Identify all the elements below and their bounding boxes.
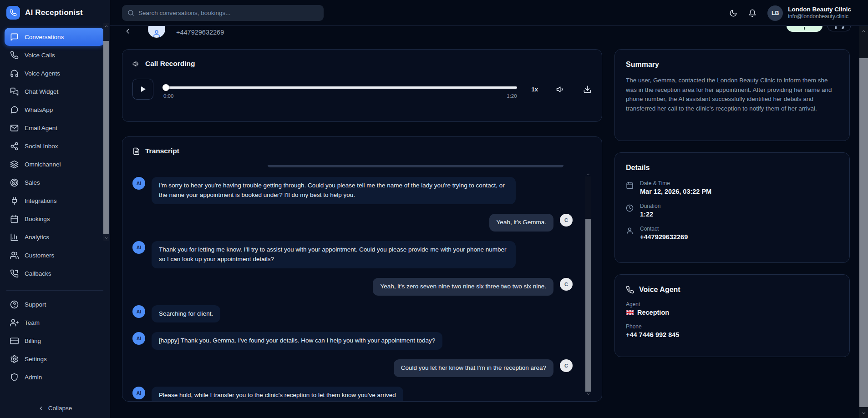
message-bubble: Could you let her know that I'm in the r… xyxy=(394,359,553,377)
scroll-down-arrow-icon[interactable] xyxy=(585,391,591,397)
window-scrollbar-thumb[interactable] xyxy=(859,58,868,407)
transcript-scroll-area[interactable]: AI I'm sorry to hear you're having troub… xyxy=(132,161,592,402)
sidebar-item-support[interactable]: Support xyxy=(5,295,104,313)
transcript-message-customer: Yeah, it's zero seven nine two nine six … xyxy=(132,278,592,296)
back-button[interactable] xyxy=(124,27,132,35)
sidebar-collapse-button[interactable]: Collapse xyxy=(0,405,110,412)
message-bubble: I'm sorry to hear you're having trouble … xyxy=(152,177,516,204)
volume-button[interactable] xyxy=(556,85,565,94)
sidebar-item-label: Voice Agents xyxy=(25,70,60,77)
message-bubble: Yeah, it's zero seven nine two nine six … xyxy=(373,278,553,296)
bar-chart-icon xyxy=(10,233,19,242)
contact-avatar xyxy=(148,26,165,38)
sidebar-item-settings[interactable]: Settings xyxy=(5,350,104,368)
global-search[interactable] xyxy=(122,5,324,21)
speaker-icon xyxy=(132,60,140,68)
message-bubble: Please hold, while I transfer you to the… xyxy=(152,387,403,402)
help-circle-icon xyxy=(10,300,19,309)
phone-icon xyxy=(10,51,19,60)
transcript-message-ai: AI Please hold, while I transfer you to … xyxy=(132,387,592,402)
transcript-message-ai: AI [happy] Thank you, Gemma. I've found … xyxy=(132,332,592,350)
chevron-left-icon xyxy=(38,405,44,412)
transcript-message-customer: Yeah, it's Gemma. C xyxy=(132,214,592,232)
sidebar-item-sales[interactable]: Sales xyxy=(5,173,104,191)
sidebar-item-label: Sales xyxy=(25,179,40,186)
search-input[interactable] xyxy=(138,10,318,16)
contact-phone-number: +447929632269 xyxy=(176,29,224,36)
sidebar-item-label: Voice Calls xyxy=(25,52,55,59)
sidebar-item-voice-agents[interactable]: Voice Agents xyxy=(5,64,104,82)
document-icon xyxy=(132,147,140,155)
download-button[interactable] xyxy=(583,85,592,94)
ai-avatar: AI xyxy=(132,241,145,254)
sidebar-item-label: Billing xyxy=(25,337,41,344)
playback-slider[interactable]: 0:00 1:20 xyxy=(163,79,517,100)
headphones-icon xyxy=(10,69,19,78)
calendar-icon xyxy=(10,215,19,223)
sidebar-item-social-inbox[interactable]: Social Inbox xyxy=(5,137,104,155)
sidebar-item-label: Omnichannel xyxy=(25,161,61,168)
status-badge[interactable] xyxy=(787,26,822,32)
header-actions-button[interactable] xyxy=(827,26,851,31)
customer-avatar: C xyxy=(560,214,573,227)
sidebar-item-analytics[interactable]: Analytics xyxy=(5,228,104,246)
sidebar-item-admin[interactable]: Admin xyxy=(5,368,104,386)
message-bubble: Searching for client. xyxy=(152,305,220,323)
sidebar-item-label: Customers xyxy=(25,252,54,259)
voice-agent-card: Voice Agent Agent Reception Phone +44 74… xyxy=(614,274,850,357)
play-icon xyxy=(139,86,147,93)
sidebar-item-billing[interactable]: Billing xyxy=(5,332,104,350)
sidebar-item-conversations[interactable]: Conversations xyxy=(5,28,104,46)
sidebar-item-omnichannel[interactable]: Omnichannel xyxy=(5,155,104,173)
slider-thumb[interactable] xyxy=(162,84,169,91)
clock-icon xyxy=(626,204,634,212)
sidebar-item-team[interactable]: Team xyxy=(5,313,104,332)
slider-track[interactable] xyxy=(163,86,517,89)
voice-agent-title: Voice Agent xyxy=(639,286,680,294)
ai-avatar: AI xyxy=(132,177,145,190)
notifications-button[interactable] xyxy=(748,9,756,17)
mail-icon xyxy=(10,124,19,132)
sidebar-item-integrations[interactable]: Integrations xyxy=(5,191,104,210)
transcript-title: Transcript xyxy=(145,147,179,155)
sidebar-item-chat-widget[interactable]: Chat Widget xyxy=(5,82,104,101)
account-menu[interactable]: LB London Beauty Clinic info@londonbeaut… xyxy=(767,5,851,21)
sidebar-item-label: WhatsApp xyxy=(25,106,53,113)
calendar-icon xyxy=(626,181,634,189)
sidebar-item-email-agent[interactable]: Email Agent xyxy=(5,119,104,137)
account-email: info@londonbeauty.clinic xyxy=(788,13,851,20)
user-icon xyxy=(152,30,161,38)
main-content: +447929632269 Call Recording 0:00 1:20 1… xyxy=(110,26,859,418)
chat-bubble-icon xyxy=(10,33,19,41)
sidebar-item-label: Callbacks xyxy=(25,270,51,277)
sidebar-item-callbacks[interactable]: Callbacks xyxy=(5,264,104,282)
sidebar-item-bookings[interactable]: Bookings xyxy=(5,210,104,228)
scroll-down-arrow-icon[interactable] xyxy=(103,235,109,241)
playback-speed-button[interactable]: 1x xyxy=(532,86,538,93)
scroll-up-arrow-icon[interactable] xyxy=(103,23,109,29)
topbar-right-cluster: LB London Beauty Clinic info@londonbeaut… xyxy=(729,0,851,26)
transcript-scrollbar-thumb[interactable] xyxy=(585,219,591,392)
sidebar-item-label: Team xyxy=(25,319,40,326)
sidebar-scrollbar-thumb[interactable] xyxy=(103,41,109,234)
agent-phone-number: +44 7446 992 845 xyxy=(626,331,838,338)
sidebar-nav: Conversations Voice Calls Voice Agents C… xyxy=(0,28,110,386)
scroll-up-arrow-icon[interactable] xyxy=(859,27,868,35)
account-avatar: LB xyxy=(767,5,783,21)
sidebar-item-whatsapp[interactable]: WhatsApp xyxy=(5,101,104,119)
conversation-header: +447929632269 xyxy=(110,26,859,43)
sidebar-divider xyxy=(6,290,103,291)
message-bubble: [happy] Thank you, Gemma. I've found you… xyxy=(152,332,442,350)
detail-value: Mar 12, 2026, 03:22 PM xyxy=(640,188,711,195)
phone-callback-icon xyxy=(10,269,19,278)
dark-mode-toggle[interactable] xyxy=(729,9,737,17)
sidebar-item-customers[interactable]: Customers xyxy=(5,246,104,264)
collapse-label: Collapse xyxy=(48,405,72,412)
sidebar-item-label: Chat Widget xyxy=(25,88,58,95)
total-duration: 1:20 xyxy=(507,93,517,99)
app-logo-phone-icon xyxy=(6,6,20,20)
sidebar-item-voice-calls[interactable]: Voice Calls xyxy=(5,46,104,64)
scroll-down-arrow-icon[interactable] xyxy=(859,409,868,417)
scroll-up-arrow-icon[interactable] xyxy=(585,171,591,177)
play-button[interactable] xyxy=(132,79,153,100)
